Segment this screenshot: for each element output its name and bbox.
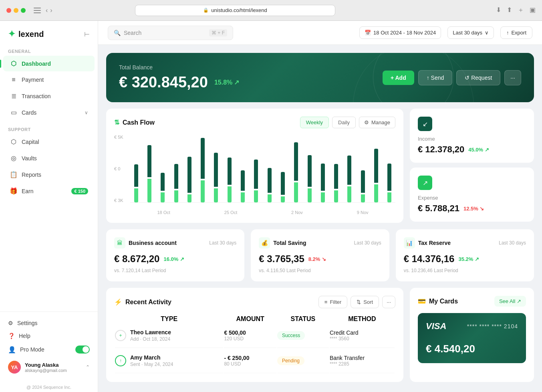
sidebar-toggle[interactable]: [34, 8, 41, 13]
filter-button[interactable]: ≡ Filter: [318, 296, 347, 308]
tax-change: 35.2% ↗: [458, 256, 479, 262]
daily-tab[interactable]: Daily: [332, 117, 356, 128]
bar-positive: [347, 156, 351, 185]
period-selector[interactable]: Last 30 days ∨: [447, 26, 494, 39]
forward-arrow[interactable]: ›: [50, 7, 52, 14]
weekly-tab[interactable]: Weekly: [300, 117, 329, 128]
sort-button[interactable]: ⇅ Sort: [351, 296, 379, 308]
balance-left: Total Balance € 320.845,20 15.8% ↗: [119, 64, 239, 91]
lock-icon: 🔒: [203, 8, 209, 13]
bar-group: [130, 135, 142, 202]
sidebar-item-transaction[interactable]: ≣ Transaction: [3, 88, 95, 104]
avatar: YA: [8, 361, 21, 374]
user-info: Young Alaska alskayng@gmail.com: [25, 362, 82, 373]
x-label-3: 2 Nov: [291, 210, 303, 215]
saving-icon: 💰: [259, 237, 270, 249]
logo-icon: ✦: [8, 29, 15, 39]
user-menu-chevron: ⌃: [86, 364, 90, 370]
sidebar-label-dashboard: Dashboard: [22, 61, 88, 67]
row2-amount: - € 250,00 80 USD: [224, 349, 276, 373]
my-cards-header: 💳 My Cards See All ↗: [418, 296, 526, 307]
traffic-lights: [6, 8, 26, 13]
send-button[interactable]: ↑ Send: [418, 70, 453, 85]
export-icon: ↑: [506, 30, 509, 36]
back-arrow[interactable]: ‹: [46, 7, 48, 14]
saving-period: Last 30 days: [354, 240, 381, 246]
status-badge: Success: [277, 331, 305, 340]
bar-positive: [321, 164, 325, 191]
tx-name-2: Amy March: [130, 354, 173, 361]
bar-group: [237, 135, 248, 202]
bar-negative: [321, 192, 325, 202]
bar-negative: [201, 180, 205, 202]
export-button[interactable]: ↑ Export: [500, 26, 532, 39]
bar-group: [250, 135, 262, 202]
visa-card: VISA **** **** **** 2104 € 4.540,20: [418, 313, 526, 363]
nav-arrows: ‹ ›: [46, 7, 52, 14]
section-label-support: SUPPORT: [0, 124, 98, 133]
sidebar: ✦ lexend ⊢ GENERAL ⬡ Dashboard ≡ Payment…: [0, 21, 98, 392]
sidebar-label-reports: Reports: [22, 172, 88, 178]
sort-icon: ⇅: [357, 299, 361, 305]
sidebar-item-reports[interactable]: 📋 Reports: [3, 167, 95, 182]
activity-thead: TYPE AMOUNT STATUS METHOD: [115, 315, 395, 323]
export-label: Export: [511, 30, 526, 36]
sidebar-item-vaults[interactable]: ◎ Vaults: [3, 150, 95, 166]
activity-more-button[interactable]: ···: [382, 296, 395, 308]
row1-amount: € 500,00 120 USD: [224, 323, 276, 348]
filter-icon: ≡: [324, 299, 328, 305]
cashflow-actions: Weekly Daily ⚙ Manage: [300, 117, 395, 128]
manage-button[interactable]: ⚙ Manage: [359, 117, 395, 128]
sidebar-logo-area: ✦ lexend ⊢: [0, 21, 98, 46]
add-button[interactable]: + Add: [383, 71, 414, 85]
bar-positive: [201, 138, 205, 179]
bar-positive: [147, 145, 151, 177]
see-all-button[interactable]: See All ↗: [494, 296, 526, 307]
saving-title: Total Saving: [273, 240, 306, 246]
income-icon: ↙: [418, 117, 432, 131]
bar-negative: [387, 192, 391, 202]
date-range-selector[interactable]: 📅 18 Oct 2024 - 18 Nov 2024: [359, 26, 441, 39]
tx-info-1: + Theo Lawrence Add · Oct 18, 2024: [115, 329, 223, 342]
maximize-button[interactable]: [21, 8, 26, 13]
pro-mode-item: 👤 Pro Mode: [3, 342, 95, 357]
new-tab-icon[interactable]: ＋: [518, 6, 524, 14]
sidebar-item-cards[interactable]: ▭ Cards ∨: [3, 105, 95, 120]
settings-label: Settings: [17, 320, 38, 326]
browser-actions: ⬇ ⬆ ＋ ▣: [496, 6, 536, 14]
visa-balance: € 4.540,20: [426, 343, 518, 355]
col-method: METHOD: [330, 315, 395, 323]
more-button[interactable]: ···: [504, 70, 521, 85]
table-row: ↑ Amy March Sent · May 24, 2024 - € 250,…: [115, 349, 395, 373]
sidebar-item-help[interactable]: ❓ Help: [3, 329, 95, 342]
row2-method: Bank Transfer **** 2285: [330, 349, 395, 373]
business-account-card: 🏛 Business account Last 30 days € 8.672,…: [106, 229, 244, 281]
download-icon[interactable]: ⬇: [496, 6, 501, 14]
search-box[interactable]: 🔍 Search ⌘ + F: [108, 26, 233, 40]
bar-negative: [268, 194, 272, 202]
share-icon[interactable]: ⬆: [507, 6, 512, 14]
chevron-down-icon: ∨: [85, 110, 88, 115]
activity-header: ⚡ Recent Activity ≡ Filter ⇅ Sort: [114, 296, 395, 308]
bar-negative: [214, 188, 218, 202]
bar-group: [224, 135, 235, 202]
minimize-button[interactable]: [14, 8, 18, 13]
sidebar-item-earn[interactable]: 🎁 Earn € 150: [3, 183, 95, 199]
activity-title: ⚡ Recent Activity: [114, 298, 171, 306]
sidebar-label-earn: Earn: [22, 188, 67, 194]
status-badge: Pending: [277, 356, 304, 365]
tabs-icon[interactable]: ▣: [530, 6, 536, 14]
request-button[interactable]: ↺ Request: [456, 70, 500, 85]
bar-positive: [374, 149, 378, 183]
pro-mode-toggle[interactable]: [75, 346, 90, 354]
user-profile[interactable]: YA Young Alaska alskayng@gmail.com ⌃: [3, 357, 95, 378]
bar-negative: [334, 190, 338, 202]
sidebar-item-dashboard[interactable]: ⬡ Dashboard: [3, 56, 95, 71]
sidebar-item-settings[interactable]: ⚙ Settings: [3, 317, 95, 329]
close-button[interactable]: [6, 8, 11, 13]
sidebar-item-payment[interactable]: ≡ Payment: [3, 72, 95, 87]
sidebar-item-capital[interactable]: ⬡ Capital: [3, 134, 95, 150]
collapse-sidebar-button[interactable]: ⊢: [84, 30, 90, 38]
url-bar[interactable]: 🔒 unistudio.co/html/lexend: [135, 5, 335, 16]
business-amount: € 8.672,20 16.0% ↗: [114, 253, 236, 265]
